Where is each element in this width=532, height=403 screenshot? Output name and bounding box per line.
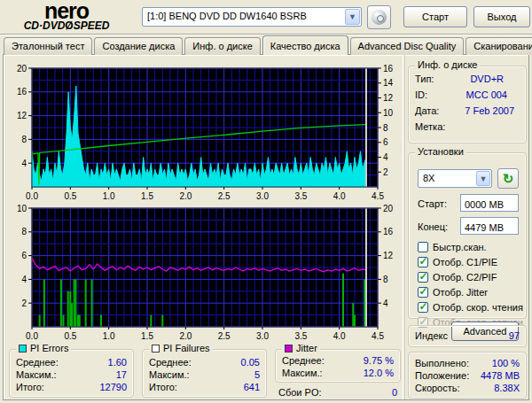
checkbox-icon <box>418 242 428 252</box>
svg-text:0.5: 0.5 <box>64 191 76 201</box>
panel-splitter <box>403 55 405 399</box>
settings-title: Установки <box>415 146 466 157</box>
svg-text:3.5: 3.5 <box>294 191 307 201</box>
svg-text:12: 12 <box>383 93 394 103</box>
jitter-panel-title: Jitter <box>282 343 320 353</box>
cd-dvd-speed-logo-text: CD·DVDØSPEED <box>9 20 124 31</box>
svg-text:2: 2 <box>383 167 388 177</box>
svg-text:4: 4 <box>21 159 27 168</box>
svg-text:20: 20 <box>17 64 27 74</box>
svg-text:8: 8 <box>21 135 27 144</box>
svg-text:10: 10 <box>383 108 394 118</box>
svg-text:4: 4 <box>383 298 388 308</box>
svg-text:0.5: 0.5 <box>64 331 76 341</box>
svg-text:20: 20 <box>383 204 394 213</box>
svg-text:14: 14 <box>383 78 394 88</box>
svg-text:12: 12 <box>17 111 27 120</box>
svg-text:2.5: 2.5 <box>218 331 231 341</box>
disc-info-title: Инф. о диске <box>415 59 480 70</box>
app-header: nero CD·DVDØSPEED [1:0] BENQ DVD DD DW16… <box>0 0 532 35</box>
quality-index-row: Индекс97 <box>415 330 520 341</box>
svg-text:3.0: 3.0 <box>256 191 269 201</box>
svg-text:0.0: 0.0 <box>26 331 38 341</box>
fast-scan-checkbox[interactable]: Быстр.скан. <box>418 240 487 253</box>
disc-id-row: ID:MCC 004 <box>415 89 520 100</box>
svg-text:16: 16 <box>383 64 394 74</box>
disc-info-panel: Инф. о диске Тип:DVD+R ID:MCC 004 Дата:7… <box>408 66 527 143</box>
tab-scandisc[interactable]: Сканирование диска <box>466 37 532 55</box>
jitter-average-row: Среднее:9.75 % <box>282 355 394 366</box>
disc-icon <box>372 10 387 25</box>
pi-failures-legend-swatch <box>152 345 160 353</box>
disc-label-row: Метка: <box>415 121 520 132</box>
pi-errors-speed-chart: 0.00.51.01.52.02.53.03.54.04.54812162024… <box>7 64 403 202</box>
svg-text:3.0: 3.0 <box>256 331 269 341</box>
svg-text:8: 8 <box>21 227 27 236</box>
tab-disc-info[interactable]: Инф. о диске <box>184 37 260 55</box>
drive-select[interactable]: [1:0] BENQ DVD DD DW1640 BSRB ▼ <box>142 7 362 27</box>
disc-date-row: Дата:7 Feb 2007 <box>415 105 520 116</box>
pi-errors-panel: PI Errors Среднее:1.60 Максим.:17 Итого:… <box>9 349 134 398</box>
checkbox-icon <box>418 257 428 267</box>
svg-text:2.0: 2.0 <box>179 331 192 341</box>
start-position-label: Старт: <box>418 198 447 209</box>
nero-logo-text: nero <box>9 1 124 20</box>
chevron-down-icon[interactable]: ▼ <box>476 171 490 186</box>
start-button[interactable]: Старт <box>403 6 467 27</box>
checkbox-icon <box>418 272 428 283</box>
tab-create-disc[interactable]: Создание диска <box>94 37 183 55</box>
svg-text:1.0: 1.0 <box>103 191 115 201</box>
svg-text:4.5: 4.5 <box>372 191 384 201</box>
svg-text:12: 12 <box>383 251 394 260</box>
nero-cd-dvd-speed-window: { "header": { "logo_line1": "nero", "log… <box>0 0 532 403</box>
pi-failures-panel: PI Failures Среднее:0.05 Максим.:5 Итого… <box>142 349 267 398</box>
start-position-input[interactable] <box>460 194 519 212</box>
pi-failures-total-row: Итого:641 <box>149 382 260 392</box>
drive-select-value: [1:0] BENQ DVD DD DW1640 BSRB <box>147 11 341 21</box>
svg-text:1.0: 1.0 <box>103 331 115 341</box>
pi-errors-total-row: Итого:12790 <box>16 382 127 392</box>
refresh-button[interactable]: ↻ <box>497 168 519 189</box>
svg-text:4: 4 <box>383 152 388 162</box>
show-read-speed-checkbox[interactable]: Отобр. скор. чтения <box>418 300 523 314</box>
jitter-panel: Jitter Среднее:9.75 % Максим.:12.0 % <box>275 349 401 383</box>
jitter-legend-swatch <box>285 345 293 353</box>
tab-disc-quality[interactable]: Качество диска <box>262 35 348 55</box>
svg-text:10: 10 <box>17 204 27 213</box>
svg-text:8: 8 <box>383 123 388 133</box>
tab-bar: Эталонный тест Создание диска Инф. о дис… <box>4 37 532 55</box>
show-c1-pie-checkbox[interactable]: Отобр. C1/PIE <box>418 255 497 268</box>
scan-speed-value: 8X <box>423 173 434 183</box>
svg-text:16: 16 <box>383 227 394 236</box>
pi-errors-average-row: Среднее:1.60 <box>16 357 127 368</box>
svg-text:1.5: 1.5 <box>141 331 153 341</box>
scan-speed-select[interactable]: 8X ▼ <box>418 169 492 188</box>
exit-button[interactable]: Выход <box>473 6 530 27</box>
svg-text:1.5: 1.5 <box>141 191 153 201</box>
show-c2-pif-checkbox[interactable]: Отобр. C2/PIF <box>418 270 497 283</box>
settings-panel: Установки 8X ▼ ↻ Старт: Конец: Быстр.ска… <box>408 152 527 319</box>
svg-text:4.0: 4.0 <box>333 191 346 201</box>
chevron-down-icon[interactable]: ▼ <box>345 9 360 25</box>
pi-failures-max-row: Максим.:5 <box>149 369 260 380</box>
tab-benchmark[interactable]: Эталонный тест <box>4 37 92 55</box>
progress-row: Выполнено:100 % <box>415 358 520 368</box>
svg-text:2.5: 2.5 <box>218 191 231 201</box>
checkbox-icon <box>418 287 428 298</box>
eject-disc-button[interactable] <box>367 5 391 29</box>
end-position-label: Конец: <box>418 221 448 232</box>
pi-failures-jitter-chart: 0.00.51.01.52.02.53.03.54.04.52468104812… <box>7 204 403 342</box>
svg-text:8: 8 <box>383 275 388 284</box>
pi-errors-legend-swatch <box>19 345 27 353</box>
svg-text:2: 2 <box>21 298 27 308</box>
pi-failures-average-row: Среднее:0.05 <box>149 357 260 368</box>
end-position-input[interactable] <box>460 217 519 235</box>
tab-advanced-disc-quality[interactable]: Advanced Disc Quality <box>350 37 465 55</box>
scan-status-panel: Выполнено:100 % Положение:4478 MB Скорос… <box>408 352 527 399</box>
svg-text:3.5: 3.5 <box>294 331 307 341</box>
show-jitter-checkbox[interactable]: Отобр. Jitter <box>418 285 488 298</box>
jitter-max-row: Максим.:12.0 % <box>282 368 394 378</box>
pi-errors-max-row: Максим.:17 <box>16 369 127 380</box>
svg-text:4: 4 <box>21 275 27 284</box>
po-failures-row: Сбои PO:0 <box>278 387 397 398</box>
